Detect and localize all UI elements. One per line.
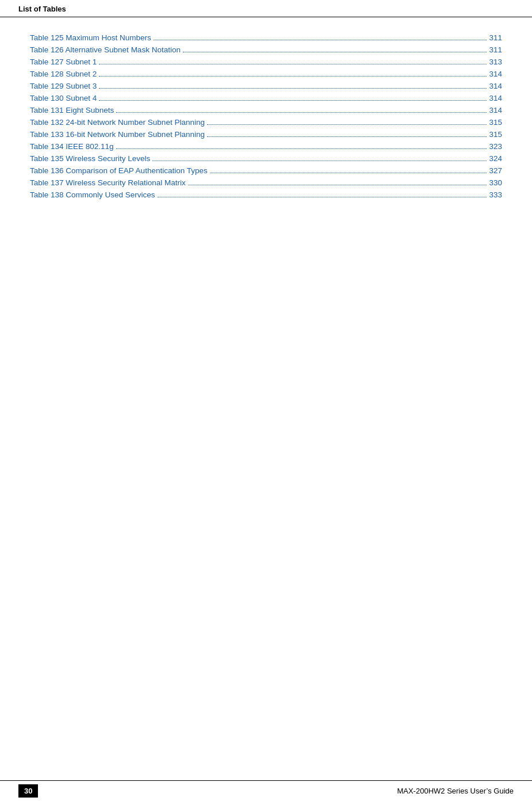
- toc-entry-label[interactable]: Table 129 Subnet 3: [30, 82, 97, 90]
- toc-entry: Table 133 16-bit Network Number Subnet P…: [30, 130, 502, 139]
- toc-entry: Table 138 Commonly Used Services333: [30, 190, 502, 199]
- toc-entry: Table 128 Subnet 2314: [30, 70, 502, 78]
- toc-entry: Table 131 Eight Subnets314: [30, 106, 502, 115]
- toc-entry-label[interactable]: Table 128 Subnet 2: [30, 70, 97, 78]
- toc-page-number: 311: [489, 45, 502, 54]
- header-title: List of Tables: [18, 5, 66, 13]
- toc-page-number: 327: [489, 166, 502, 175]
- toc-page-number: 314: [489, 94, 502, 102]
- toc-entry: Table 127 Subnet 1313: [30, 58, 502, 66]
- toc-entry-label[interactable]: Table 135 Wireless Security Levels: [30, 154, 150, 163]
- page-footer: 30 MAX-200HW2 Series User’s Guide: [0, 780, 532, 801]
- toc-dots: [183, 52, 487, 52]
- toc-entry: Table 136 Comparison of EAP Authenticati…: [30, 166, 502, 175]
- toc-entry-label[interactable]: Table 132 24-bit Network Number Subnet P…: [30, 118, 205, 127]
- toc-entry: Table 137 Wireless Security Relational M…: [30, 178, 502, 187]
- toc-entry-label[interactable]: Table 131 Eight Subnets: [30, 106, 114, 115]
- toc-page-number: 324: [489, 154, 502, 163]
- toc-entry: Table 125 Maximum Host Numbers311: [30, 33, 502, 42]
- toc-dots: [99, 100, 487, 101]
- toc-dots: [154, 40, 487, 40]
- toc-page-number: 330: [489, 178, 502, 187]
- toc-entry: Table 130 Subnet 4314: [30, 94, 502, 102]
- toc-dots: [116, 112, 487, 113]
- toc-dots: [116, 148, 487, 149]
- toc-page-number: 313: [489, 58, 502, 66]
- toc-page-number: 314: [489, 82, 502, 90]
- toc-dots: [99, 64, 487, 64]
- footer-guide-title: MAX-200HW2 Series User’s Guide: [397, 787, 514, 795]
- toc-entry-label[interactable]: Table 138 Commonly Used Services: [30, 190, 155, 199]
- toc-content: Table 125 Maximum Host Numbers311Table 1…: [0, 17, 532, 249]
- toc-dots: [188, 185, 487, 185]
- toc-dots: [158, 197, 487, 197]
- toc-entry-label[interactable]: Table 130 Subnet 4: [30, 94, 97, 102]
- toc-page-number: 314: [489, 106, 502, 115]
- toc-page-number: 315: [489, 130, 502, 139]
- toc-dots: [207, 136, 487, 137]
- page-header: List of Tables: [0, 0, 532, 17]
- page-container: List of Tables Table 125 Maximum Host Nu…: [0, 0, 532, 801]
- toc-entry-label[interactable]: Table 137 Wireless Security Relational M…: [30, 178, 186, 187]
- toc-entry: Table 134 IEEE 802.11g323: [30, 142, 502, 151]
- toc-entry: Table 126 Alternative Subnet Mask Notati…: [30, 45, 502, 54]
- toc-dots: [99, 76, 487, 77]
- toc-page-number: 314: [489, 70, 502, 78]
- toc-entry-label[interactable]: Table 125 Maximum Host Numbers: [30, 33, 151, 42]
- toc-page-number: 333: [489, 190, 502, 199]
- toc-entry-label[interactable]: Table 133 16-bit Network Number Subnet P…: [30, 130, 205, 139]
- toc-entry: Table 135 Wireless Security Levels324: [30, 154, 502, 163]
- toc-dots: [210, 173, 487, 173]
- page-number-badge: 30: [18, 784, 38, 798]
- toc-page-number: 311: [489, 33, 502, 42]
- toc-dots: [207, 124, 487, 125]
- toc-page-number: 315: [489, 118, 502, 127]
- toc-entry: Table 132 24-bit Network Number Subnet P…: [30, 118, 502, 127]
- toc-entry-label[interactable]: Table 134 IEEE 802.11g: [30, 142, 114, 151]
- toc-page-number: 323: [489, 142, 502, 151]
- toc-entry-label[interactable]: Table 136 Comparison of EAP Authenticati…: [30, 166, 208, 175]
- toc-entry-label[interactable]: Table 127 Subnet 1: [30, 58, 97, 66]
- toc-entry: Table 129 Subnet 3314: [30, 82, 502, 90]
- toc-dots: [99, 88, 487, 89]
- toc-entry-label[interactable]: Table 126 Alternative Subnet Mask Notati…: [30, 45, 181, 54]
- toc-dots: [152, 161, 487, 161]
